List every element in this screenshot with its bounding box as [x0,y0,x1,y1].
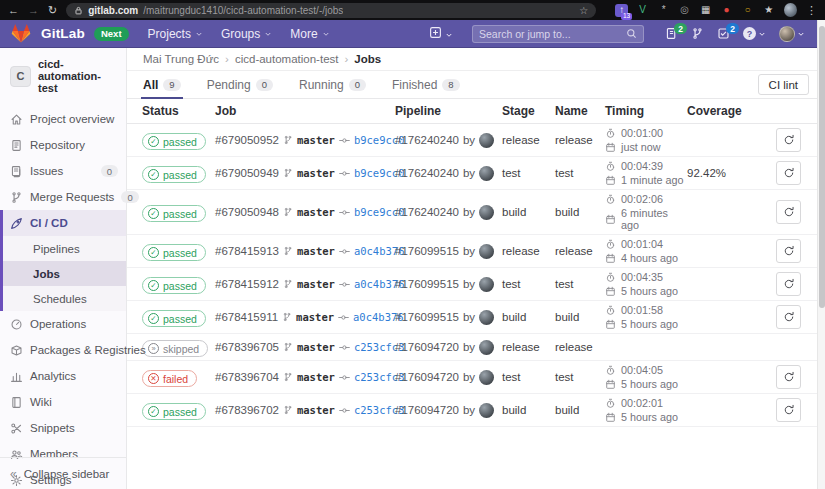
retry-button[interactable] [776,128,801,152]
pipeline-user-avatar[interactable] [479,205,494,220]
status-badge-passed[interactable]: ✓passed [142,244,206,261]
status-badge-passed[interactable]: ✓passed [142,166,206,183]
tab-running[interactable]: Running0 [299,71,366,98]
status-badge-passed[interactable]: ✓passed [142,205,206,222]
collapse-sidebar-button[interactable]: « Collapse sidebar [0,457,126,489]
extension-icon-red-dot[interactable]: ● [720,4,733,17]
nav-menu-more[interactable]: More [290,27,329,41]
sidebar-item-pipelines[interactable]: Pipelines [3,236,126,261]
gitlab-brand[interactable]: GitLab [41,26,85,41]
pipeline-link[interactable]: #176240240 [395,206,459,218]
sidebar-item-packages-registries[interactable]: Packages & Registries [0,337,126,363]
job-link[interactable]: #678415912 [215,278,279,290]
job-link[interactable]: #678396705 [215,341,279,353]
branch-name[interactable]: master [297,341,335,353]
branch-name[interactable]: master [297,206,335,218]
breadcrumb-item[interactable]: cicd-automation-test [235,53,339,65]
pipeline-user-avatar[interactable] [479,166,494,181]
vue-devtools-icon[interactable]: V [636,4,649,17]
retry-button[interactable] [776,200,801,224]
pipeline-user-avatar[interactable] [479,403,494,418]
pipeline-link[interactable]: #176099515 [395,278,459,290]
pipeline-user-avatar[interactable] [479,310,494,325]
sidebar-item-wiki[interactable]: Wiki [0,389,126,415]
sidebar-item-analytics[interactable]: Analytics [0,363,126,389]
sidebar-item-repository[interactable]: Repository [0,132,126,158]
status-badge-passed[interactable]: ✓passed [142,310,206,327]
pipeline-user-avatar[interactable] [479,133,494,148]
browser-back-icon[interactable]: ← [8,5,19,16]
status-badge-passed[interactable]: ✓passed [142,133,206,150]
status-badge-passed[interactable]: ✓passed [142,403,206,420]
extension-icon-ring[interactable]: ◎ [678,4,691,17]
nav-menu-groups[interactable]: Groups [221,27,272,41]
extension-icon-snowflake[interactable]: * [657,4,670,17]
job-link[interactable]: #679050952 [215,134,279,146]
sidebar-item-snippets[interactable]: Snippets [0,415,126,441]
pipeline-link[interactable]: #176099515 [395,245,459,257]
job-link[interactable]: #679050948 [215,206,279,218]
branch-name[interactable]: master [297,404,335,416]
issues-shortcut-button[interactable]: 2 [665,27,678,40]
branch-name[interactable]: master [296,311,334,323]
branch-name[interactable]: master [297,245,335,257]
pipeline-link[interactable]: #176094720 [395,341,459,353]
sidebar-item-jobs[interactable]: Jobs [3,261,126,286]
pipeline-link[interactable]: #176240240 [395,134,459,146]
sidebar-item-schedules[interactable]: Schedules [3,286,126,311]
user-menu-button[interactable] [779,26,805,42]
job-link[interactable]: #679050949 [215,167,279,179]
retry-button[interactable] [776,239,801,263]
sidebar-item-ci-cd[interactable]: CI / CD [3,210,126,236]
status-badge-failed[interactable]: ✕failed [142,370,197,387]
status-badge-skipped[interactable]: »skipped [142,340,208,357]
branch-name[interactable]: master [297,371,335,383]
global-search[interactable] [472,25,644,43]
extension-icon-gold-ring[interactable]: ○ [741,4,754,17]
branch-name[interactable]: master [297,167,335,179]
retry-button[interactable] [776,161,801,185]
tab-all[interactable]: All9 [143,71,181,98]
pipeline-link[interactable]: #176094720 [395,371,459,383]
job-link[interactable]: #678415911 [215,311,278,323]
pipeline-user-avatar[interactable] [479,340,494,355]
upload-extension-icon[interactable]: ↑13 [615,4,628,17]
browser-reload-icon[interactable]: ↻ [48,5,57,16]
scrollbar-thumb[interactable] [819,26,825,308]
sidebar-item-operations[interactable]: Operations [0,311,126,337]
browser-menu-icon[interactable]: ⋮ [806,4,817,17]
tab-pending[interactable]: Pending0 [207,71,273,98]
breadcrumb-item[interactable]: Mai Trung Đức [143,53,219,65]
help-menu-button[interactable]: ? [743,27,766,40]
project-header[interactable]: C cicd-automation-test [0,48,126,106]
job-link[interactable]: #678396704 [215,371,279,383]
new-item-button[interactable] [429,25,453,43]
nav-menu-projects[interactable]: Projects [148,27,203,41]
retry-button[interactable] [776,272,801,296]
page-scrollbar[interactable] [817,20,825,489]
address-bar[interactable]: gitlab.com /maitrungduc1410/cicd-automat… [66,3,596,18]
gitlab-logo-icon[interactable] [10,23,32,44]
pipeline-link[interactable]: #176240240 [395,167,459,179]
pipeline-user-avatar[interactable] [479,244,494,259]
extension-icon-card[interactable]: ▦ [699,4,712,17]
tab-finished[interactable]: Finished8 [392,71,460,98]
sidebar-item-project-overview[interactable]: Project overview [0,106,126,132]
pipeline-link[interactable]: #176094720 [395,404,459,416]
search-input[interactable] [479,28,626,40]
status-badge-passed[interactable]: ✓passed [142,277,206,294]
retry-button[interactable] [776,398,801,422]
job-link[interactable]: #678396702 [215,404,279,416]
bookmark-star-icon[interactable]: ☆ [579,5,588,16]
sidebar-item-issues[interactable]: Issues0 [0,158,126,184]
branch-name[interactable]: master [297,278,335,290]
sidebar-item-merge-requests[interactable]: Merge Requests0 [0,184,126,210]
pipeline-user-avatar[interactable] [479,370,494,385]
retry-button[interactable] [776,305,801,329]
ci-lint-button[interactable]: CI lint [758,74,809,95]
pipeline-link[interactable]: #176099515 [395,311,459,323]
pipeline-user-avatar[interactable] [479,277,494,292]
job-link[interactable]: #678415913 [215,245,279,257]
branch-name[interactable]: master [297,134,335,146]
merge-requests-shortcut-button[interactable] [691,27,704,40]
